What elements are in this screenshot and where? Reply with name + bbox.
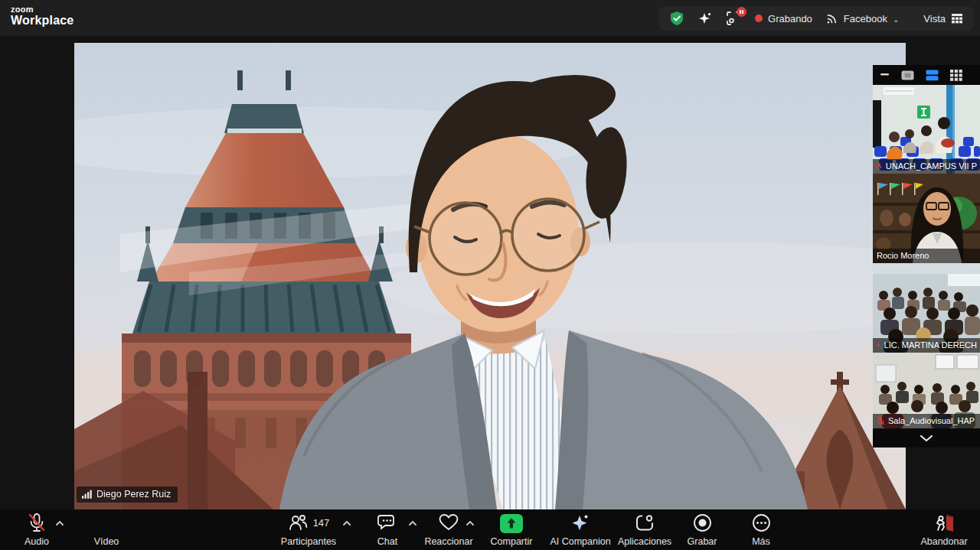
- leave-door-icon: [934, 513, 955, 533]
- muted-mic-icon: [877, 340, 880, 350]
- chevron-down-icon: ⌄: [893, 15, 899, 24]
- participants-label: Participantes: [281, 536, 336, 547]
- audio-label: Audio: [24, 536, 49, 547]
- video-thumbnail[interactable]: Sala_Audiovisual_HAP: [873, 353, 980, 428]
- speaker-name: Diego Perez Ruiz: [96, 489, 171, 500]
- video-thumbnail[interactable]: Rocio Moreno: [873, 174, 980, 263]
- thumbnail-name: Sala_Audiovisual_HAP: [888, 416, 975, 425]
- ai-sparkle-icon: [570, 513, 590, 532]
- chat-label: Chat: [377, 536, 397, 547]
- brand-zoom: zoom: [11, 5, 74, 15]
- participants-button[interactable]: 147 Participantes: [263, 511, 354, 548]
- recording-status[interactable]: Grabando: [755, 13, 812, 24]
- chat-button[interactable]: Chat: [363, 511, 412, 548]
- heart-icon: [438, 513, 459, 532]
- thumbnail-name: LIC. MARTINA DERECH: [884, 340, 977, 350]
- leave-label: Abandonar: [920, 536, 967, 547]
- minimize-strip-icon[interactable]: [880, 73, 890, 76]
- thumbnail-name-tag: Rocio Moreno: [873, 249, 980, 263]
- signal-bars-icon: [82, 490, 92, 499]
- chevron-down-icon: [920, 434, 933, 442]
- chat-icon: [377, 513, 398, 532]
- filmstrip-view-controls: [873, 65, 980, 85]
- focus-mode-icon[interactable]: [726, 11, 741, 26]
- thumbnail-name-tag: LIC. MARTINA DERECH: [873, 338, 980, 353]
- ai-companion-status-icon[interactable]: [698, 11, 712, 25]
- thumbnail-name-tag: UNACH_CAMPUS VII P: [873, 159, 980, 174]
- filmstrip-scroll-down[interactable]: [873, 428, 980, 447]
- live-stream-status[interactable]: Facebook ⌄: [826, 12, 899, 24]
- thumbnail-name: UNACH_CAMPUS VII P: [886, 161, 977, 171]
- react-label: Reaccionar: [424, 536, 472, 547]
- stream-service-label: Facebook: [844, 13, 887, 24]
- thumbnail-name: Rocio Moreno: [877, 251, 929, 260]
- video-thumbnail[interactable]: UNACH_CAMPUS VII P: [873, 85, 980, 174]
- share-button[interactable]: Compartir: [481, 511, 542, 548]
- top-bar: zoom Workplace Grabando Faceboo: [0, 0, 980, 36]
- sidebar-view-active-icon[interactable]: [926, 70, 939, 81]
- video-label: Vídeo: [94, 536, 119, 547]
- apps-icon: [635, 513, 655, 532]
- view-button[interactable]: Vista: [923, 13, 963, 24]
- participants-filmstrip: UNACH_CAMPUS VII P Rocio Moreno: [873, 65, 980, 447]
- recording-label: Grabando: [768, 13, 812, 24]
- ai-companion-label: AI Companion: [550, 536, 610, 547]
- video-button[interactable]: Vídeo: [71, 511, 142, 548]
- participants-icon: [288, 513, 308, 532]
- more-button[interactable]: Más: [730, 511, 792, 548]
- mic-muted-icon: [28, 513, 46, 533]
- recording-badge-icon: [737, 7, 746, 17]
- participants-count: 147: [313, 517, 330, 529]
- more-ellipsis-icon: [752, 513, 771, 532]
- react-options-caret[interactable]: [466, 520, 475, 526]
- top-right-controls: Grabando Facebook ⌄ Vista: [658, 6, 974, 31]
- leave-button[interactable]: Abandonar: [906, 511, 980, 548]
- react-button[interactable]: Reaccionar: [414, 511, 483, 548]
- muted-mic-icon: [877, 161, 882, 171]
- audio-button[interactable]: Audio: [12, 511, 61, 548]
- view-label: Vista: [923, 13, 946, 24]
- record-label: Grabar: [688, 536, 717, 547]
- thumbnail-name-tag: Sala_Audiovisual_HAP: [873, 414, 980, 428]
- view-grid-icon: [951, 13, 963, 24]
- brand-workplace: Workplace: [11, 15, 74, 28]
- muted-mic-icon: [877, 416, 884, 425]
- more-label: Más: [752, 536, 770, 547]
- audio-options-caret[interactable]: [55, 520, 64, 526]
- speaker-name-tag: Diego Perez Ruiz: [77, 487, 178, 503]
- active-speaker-video[interactable]: Diego Perez Ruiz: [74, 43, 906, 509]
- speaker-view-icon[interactable]: [901, 70, 914, 80]
- participants-options-caret[interactable]: [342, 520, 351, 526]
- zoom-workplace-logo: zoom Workplace: [11, 5, 74, 27]
- share-screen-icon: [499, 513, 524, 534]
- apps-label: Aplicaciones: [618, 536, 671, 547]
- record-button[interactable]: Grabar: [671, 511, 733, 548]
- speaker-video-scene: [74, 43, 906, 509]
- record-icon: [693, 513, 712, 532]
- video-thumbnail[interactable]: LIC. MARTINA DERECH: [873, 263, 980, 353]
- record-dot-icon: [755, 15, 763, 22]
- broadcast-icon: [826, 12, 838, 24]
- bottom-toolbar: Audio Vídeo Detener vídeo (Alt+V) 147 Pa…: [0, 509, 980, 550]
- zoom-meeting-window: zoom Workplace Grabando Faceboo: [0, 0, 980, 550]
- gallery-view-icon[interactable]: [950, 70, 962, 81]
- security-shield-icon[interactable]: [669, 11, 684, 26]
- share-label: Compartir: [491, 536, 533, 547]
